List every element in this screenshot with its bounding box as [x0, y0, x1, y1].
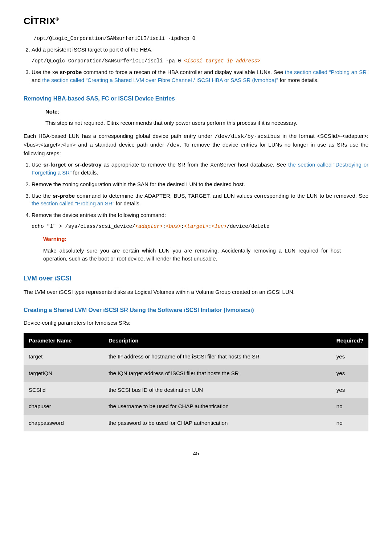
warning-text: Make absolutely sure you are certain whi… [43, 247, 341, 263]
remove-step-3: Use the sr-probe command to determine th… [32, 192, 368, 208]
para-devconfig: Device-config parameters for lvmoiscsi S… [24, 319, 368, 327]
code-block-pa: /opt/QLogic_Corporation/SANsurferiCLI/is… [32, 57, 368, 65]
table-row: SCSIid the SCSI bus ID of the destinatio… [24, 382, 368, 398]
note-label: Note: [45, 108, 343, 116]
remove-step-1: Use sr-forget or sr-destroy as appropria… [32, 161, 368, 177]
citrix-logo: CİTRIX® [24, 15, 368, 28]
code-block-echo: echo "1" > /sys/class/scsi_device/<adapt… [32, 223, 368, 230]
warning-label: Warning: [43, 235, 341, 243]
page-number: 45 [24, 450, 368, 457]
note-text: This step is not required. Citrix recomm… [45, 119, 343, 127]
link-creating-shared-lvm[interactable]: the section called “Creating a Shared LV… [42, 77, 278, 83]
step-3: Use the xe sr-probe command to force a r… [32, 68, 368, 84]
th-description: Description [103, 333, 331, 348]
step-2: Add a persistent iSCSI target to port 0 … [32, 46, 368, 65]
parameters-table: Parameter Name Description Required? tar… [24, 333, 368, 431]
th-param-name: Parameter Name [24, 333, 103, 348]
note-block: Note: This step is not required. Citrix … [45, 108, 343, 127]
para-each-hba: Each HBA-based LUN has a corresponding g… [24, 132, 368, 157]
remove-step-2: Remove the zoning configuration within t… [32, 180, 368, 188]
heading-creating-shared-lvm: Creating a Shared LVM Over iSCSI SR Usin… [24, 306, 368, 314]
table-row: chapuser the username to be used for CHA… [24, 398, 368, 415]
code-block-ipdhcp: /opt/QLogic_Corporation/SANsurferiCLI/is… [34, 35, 368, 42]
table-row: targetIQN the IQN target address of iSCS… [24, 365, 368, 382]
remove-step-4: Remove the device entries with the follo… [32, 211, 368, 262]
link-probing-sr[interactable]: the section called “Probing an SR” [285, 69, 368, 75]
heading-lvm-over-iscsi: LVM over iSCSI [24, 274, 368, 283]
warning-block: Warning: Make absolutely sure you are ce… [43, 235, 341, 262]
th-required: Required? [331, 333, 368, 348]
link-probing-sr-2[interactable]: the section called “Probing an SR” [32, 200, 114, 206]
table-row: target the IP address or hostname of the… [24, 348, 368, 365]
table-row: chappassword the password to be used for… [24, 415, 368, 431]
heading-removing-hba: Removing HBA-based SAS, FC or iSCSI Devi… [24, 94, 368, 103]
para-lvm: The LVM over iSCSI type represents disks… [24, 288, 368, 296]
